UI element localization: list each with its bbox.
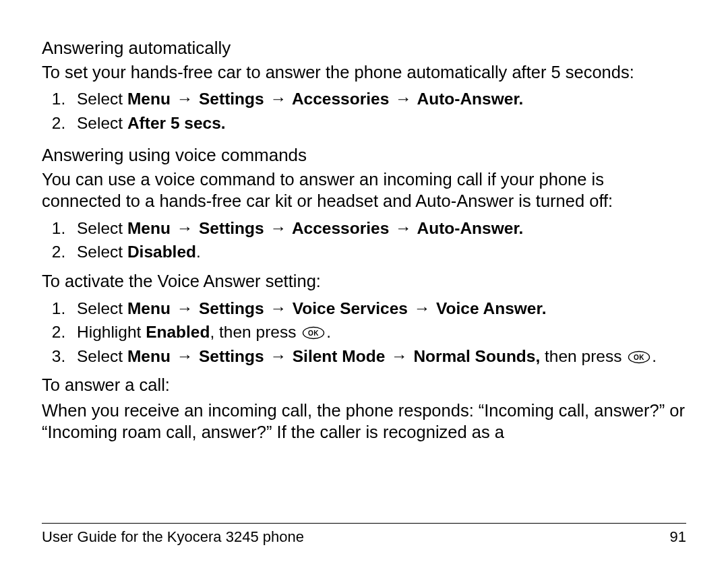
arrow-icon: →	[268, 347, 288, 365]
path-part: Auto-Answer.	[417, 219, 523, 237]
step-text: Highlight	[77, 323, 146, 341]
step-text: Select	[77, 299, 127, 317]
path-part: Silent Mode	[293, 347, 385, 365]
step-text: .	[326, 323, 331, 341]
path-part: Accessories	[292, 219, 389, 237]
ok-button-icon: OK	[628, 350, 650, 364]
step-text: .	[196, 243, 201, 261]
path-part: Settings	[199, 90, 264, 108]
arrow-icon: →	[175, 219, 195, 237]
arrow-icon: →	[394, 90, 413, 108]
option-bold: Enabled	[146, 323, 210, 341]
menu-path: Menu → Settings → Accessories → Auto-Ans…	[127, 90, 523, 108]
arrow-icon: →	[175, 299, 195, 317]
arrow-icon: →	[268, 219, 288, 237]
activate-voice-answer-title: To activate the Voice Answer setting:	[42, 271, 686, 292]
page-footer: User Guide for the Kyocera 3245 phone 91	[42, 523, 686, 547]
step: Select After 5 secs.	[70, 111, 686, 135]
intro-auto-answer: To set your hands-free car to answer the…	[42, 62, 686, 84]
arrow-icon: →	[175, 90, 195, 108]
step: Select Menu → Settings → Accessories → A…	[70, 216, 686, 241]
path-part: Accessories	[292, 90, 389, 108]
ok-button-icon: OK	[302, 326, 325, 340]
option-bold: After 5 secs.	[127, 114, 226, 132]
step-text: then press	[540, 347, 626, 365]
path-part: Menu	[127, 299, 171, 317]
page: Answering automatically To set your hand…	[0, 0, 728, 562]
path-part: Menu	[127, 347, 171, 365]
step-text: Select	[77, 219, 127, 237]
to-answer-call-body: When you receive an incoming call, the p…	[42, 400, 686, 443]
footer-title: User Guide for the Kyocera 3245 phone	[42, 528, 304, 547]
path-part: Voice Services	[293, 299, 408, 317]
svg-text:OK: OK	[308, 330, 319, 337]
arrow-icon: →	[175, 347, 195, 365]
menu-path: Menu → Settings → Voice Services → Voice…	[127, 299, 547, 317]
path-part: Normal Sounds,	[413, 347, 540, 365]
step-text: Select	[77, 347, 127, 365]
step-text: Select	[77, 114, 127, 132]
intro-voice-commands: You can use a voice command to answer an…	[42, 169, 686, 212]
step: Select Menu → Settings → Voice Services …	[70, 296, 686, 321]
arrow-icon: →	[268, 90, 288, 108]
path-part: Voice Answer.	[436, 299, 546, 317]
section-title-answering-automatically: Answering automatically	[42, 37, 686, 59]
svg-text:OK: OK	[634, 353, 644, 361]
steps-activate-voice-answer: Select Menu → Settings → Voice Services …	[42, 296, 686, 369]
option-bold: Disabled	[127, 243, 196, 261]
menu-path: Menu → Settings → Silent Mode → Normal S…	[127, 347, 540, 365]
steps-disable-auto-answer: Select Menu → Settings → Accessories → A…	[42, 216, 686, 264]
to-answer-call-title: To answer a call:	[42, 375, 686, 396]
path-part: Settings	[199, 299, 264, 317]
menu-path: Menu → Settings → Accessories → Auto-Ans…	[127, 219, 523, 237]
path-part: Auto-Answer.	[417, 90, 523, 108]
path-part: Menu	[127, 90, 171, 108]
arrow-icon: →	[268, 299, 288, 317]
step-text: Select	[77, 243, 127, 261]
steps-auto-answer: Select Menu → Settings → Accessories → A…	[42, 87, 686, 135]
step-text: .	[652, 347, 657, 365]
step: Select Menu → Settings → Accessories → A…	[70, 87, 686, 111]
arrow-icon: →	[390, 347, 409, 365]
arrow-icon: →	[394, 219, 413, 237]
step-text: , then press	[210, 323, 301, 341]
step: Select Disabled.	[70, 240, 686, 264]
path-part: Menu	[127, 219, 171, 237]
path-part: Settings	[199, 219, 264, 237]
step: Select Menu → Settings → Silent Mode → N…	[70, 344, 686, 369]
section-title-voice-commands: Answering using voice commands	[42, 144, 686, 166]
path-part: Settings	[199, 347, 264, 365]
arrow-icon: →	[413, 299, 432, 317]
step: Highlight Enabled, then press OK.	[70, 320, 686, 344]
step-text: Select	[77, 90, 127, 108]
page-number: 91	[670, 528, 686, 547]
